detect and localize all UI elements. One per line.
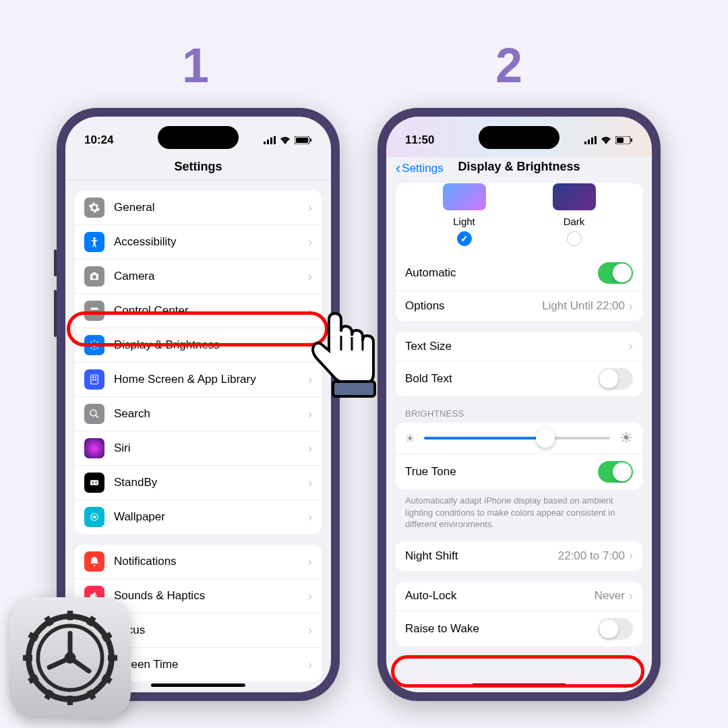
row-bold-text[interactable]: Bold Text: [396, 361, 642, 396]
row-options[interactable]: OptionsLight Until 22:00›: [396, 291, 642, 321]
row-label: Auto-Lock: [405, 589, 595, 603]
row-raise-to-wake[interactable]: Raise to Wake: [396, 611, 642, 646]
chevron-right-icon: ›: [308, 442, 312, 456]
row-label: Raise to Wake: [405, 622, 598, 636]
row-label: General: [114, 201, 308, 214]
row-wallpaper[interactable]: Wallpaper›: [75, 500, 322, 534]
row-automatic[interactable]: Automatic: [396, 255, 642, 291]
radio-unchecked-icon[interactable]: [567, 231, 582, 246]
dark-thumbnail: [553, 183, 596, 210]
lock-group: Auto-LockNever› Raise to Wake: [396, 582, 642, 646]
svg-text:9:4: 9:4: [92, 481, 98, 485]
gear-icon: [84, 198, 104, 218]
svg-rect-11: [91, 375, 98, 384]
chevron-right-icon: ›: [308, 589, 312, 603]
chevron-right-icon: ›: [308, 270, 312, 284]
svg-rect-41: [67, 696, 73, 705]
chevron-right-icon: ›: [629, 299, 633, 313]
row-label: Control Center: [114, 304, 308, 317]
row-label: Siri: [114, 442, 308, 455]
row-camera[interactable]: Camera›: [75, 260, 322, 294]
chevron-right-icon: ›: [308, 373, 312, 387]
home-screen-icon: [84, 369, 104, 390]
svg-rect-9: [90, 312, 98, 314]
row-label: Screen Time: [114, 658, 308, 671]
row-notifications[interactable]: Notifications›: [75, 545, 322, 579]
svg-rect-28: [588, 140, 590, 144]
chevron-right-icon: ›: [308, 476, 312, 490]
settings-app-icon: [9, 597, 131, 719]
svg-rect-27: [584, 142, 586, 144]
svg-rect-12: [92, 377, 94, 378]
row-label: Bold Text: [405, 372, 598, 386]
back-button[interactable]: ‹Settings: [396, 160, 444, 177]
svg-rect-14: [92, 379, 94, 380]
wifi-icon: [280, 136, 291, 144]
cellular-icon: [264, 136, 276, 144]
svg-point-7: [93, 237, 96, 240]
row-label: Accessibility: [114, 235, 308, 249]
battery-icon: [615, 136, 633, 144]
row-brightness-slider[interactable]: ☀︎ ☀︎: [396, 423, 642, 454]
svg-point-10: [92, 343, 96, 347]
chevron-right-icon: ›: [308, 510, 312, 524]
chevron-right-icon: ›: [308, 304, 312, 318]
appearance-row: Light Dark: [396, 183, 642, 255]
row-label: Options: [405, 299, 542, 313]
row-accessibility[interactable]: Accessibility›: [75, 225, 322, 260]
svg-rect-30: [595, 136, 597, 144]
toggle-automatic[interactable]: [598, 262, 633, 284]
svg-rect-8: [90, 308, 98, 310]
status-icons: [264, 136, 312, 144]
row-auto-lock[interactable]: Auto-LockNever›: [396, 582, 642, 611]
radio-checked-icon[interactable]: [457, 231, 472, 246]
toggle-raise-to-wake[interactable]: [598, 618, 633, 640]
row-night-shift[interactable]: Night Shift22:00 to 7:00›: [396, 541, 642, 571]
sun-large-icon: ☀︎: [619, 429, 633, 447]
svg-rect-0: [264, 142, 266, 144]
row-home-screen[interactable]: Home Screen & App Library›: [75, 363, 322, 397]
dark-label: Dark: [553, 216, 596, 227]
section-brightness: BRIGHTNESS: [396, 396, 642, 423]
row-general[interactable]: General›: [75, 191, 322, 225]
text-group: Text Size› Bold Text: [396, 332, 642, 396]
display-content[interactable]: Light Dark Automatic OptionsLight Until …: [386, 179, 652, 692]
phone-screen-2: 11:50 ‹Settings Display & Brightness Lig…: [386, 117, 652, 692]
svg-rect-40: [67, 611, 73, 620]
row-siri[interactable]: Siri›: [75, 431, 322, 466]
notifications-icon: [84, 551, 104, 572]
row-label: StandBy: [114, 476, 308, 489]
svg-rect-6: [310, 139, 311, 142]
row-text-size[interactable]: Text Size›: [396, 332, 642, 361]
row-label: Search: [114, 407, 308, 421]
page-title: Display & Brightness: [458, 160, 580, 173]
svg-rect-42: [108, 655, 117, 661]
appearance-light[interactable]: Light: [443, 183, 486, 246]
accessibility-icon: [84, 232, 104, 252]
svg-rect-29: [591, 138, 593, 144]
step-number-1: 1: [182, 38, 209, 93]
row-true-tone[interactable]: True Tone: [396, 454, 642, 489]
chevron-right-icon: ›: [629, 549, 633, 563]
row-value: Light Until 22:00: [542, 299, 625, 313]
row-search[interactable]: Search›: [75, 397, 322, 431]
chevron-right-icon: ›: [308, 338, 312, 353]
row-value: Never: [595, 589, 625, 603]
nav-header: Settings: [65, 153, 331, 180]
appearance-dark[interactable]: Dark: [553, 183, 596, 246]
row-control-center[interactable]: Control Center›: [75, 294, 322, 328]
row-standby[interactable]: 9:4StandBy›: [75, 466, 322, 500]
chevron-right-icon: ›: [629, 339, 633, 353]
toggle-bold-text[interactable]: [598, 368, 633, 390]
toggle-true-tone[interactable]: [598, 461, 633, 483]
slider-thumb[interactable]: [536, 429, 555, 448]
battery-icon: [295, 136, 312, 144]
brightness-slider[interactable]: [424, 437, 610, 439]
row-value: 22:00 to 7:00: [558, 549, 625, 563]
search-icon: [84, 404, 104, 424]
svg-rect-43: [23, 655, 32, 661]
svg-rect-15: [95, 379, 96, 380]
chevron-right-icon: ›: [308, 658, 312, 672]
row-label: Sounds & Haptics: [114, 589, 308, 603]
row-display-brightness[interactable]: Display & Brightness›: [75, 328, 322, 363]
